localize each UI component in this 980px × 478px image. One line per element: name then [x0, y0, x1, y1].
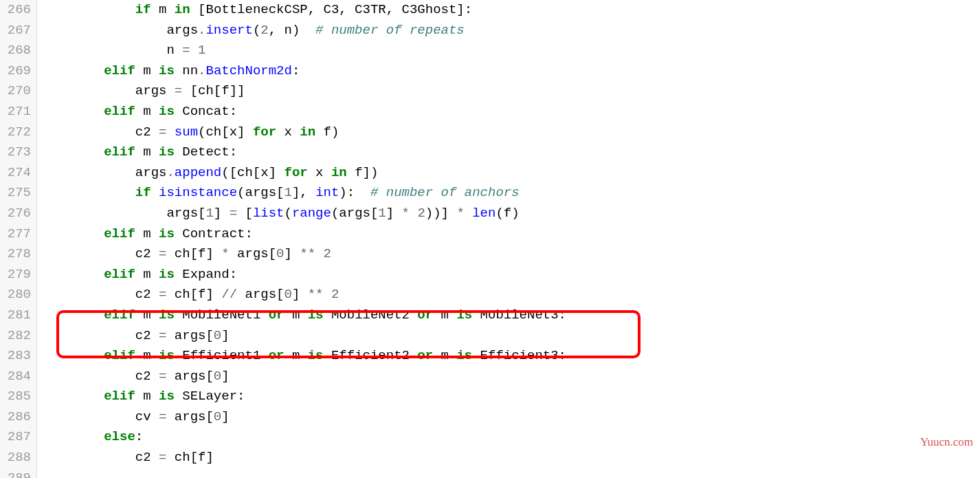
line-number: 278 [0, 244, 31, 265]
code-line[interactable]: elif m is Detect: [41, 142, 980, 163]
code-area[interactable]: if m in [BottleneckCSP, C3, C3TR, C3Ghos… [37, 0, 980, 478]
line-number: 285 [0, 387, 31, 407]
code-line[interactable]: args.append([ch[x] for x in f]) [41, 163, 980, 184]
code-line[interactable]: c2 = args[0] [41, 326, 980, 347]
code-line[interactable]: elif m is nn.BatchNorm2d: [41, 61, 980, 82]
line-number: 287 [0, 427, 31, 448]
line-number: 282 [0, 326, 31, 347]
line-number: 279 [0, 265, 31, 285]
line-number: 281 [0, 305, 31, 326]
code-line[interactable]: elif m is MobileNet1 or m is MobileNet2 … [41, 305, 980, 326]
line-number: 266 [0, 0, 31, 21]
line-number: 272 [0, 122, 31, 143]
line-number-gutter: 2662672682692702712722732742752762772782… [0, 0, 37, 478]
line-number: 284 [0, 367, 31, 387]
code-editor: 2662672682692702712722732742752762772782… [0, 0, 980, 478]
code-line[interactable] [41, 468, 980, 478]
line-number: 267 [0, 21, 31, 41]
line-number: 288 [0, 448, 31, 468]
code-line[interactable]: cv = args[0] [41, 407, 980, 428]
code-line[interactable]: elif m is SELayer: [41, 387, 980, 407]
code-line[interactable]: elif m is Contract: [41, 224, 980, 245]
code-line[interactable]: elif m is Concat: [41, 102, 980, 122]
line-number: 280 [0, 285, 31, 305]
line-number: 271 [0, 102, 31, 122]
line-number: 289 [0, 468, 31, 478]
code-line[interactable]: n = 1 [41, 41, 980, 61]
code-line[interactable]: c2 = ch[f] [41, 448, 980, 468]
line-number: 268 [0, 41, 31, 61]
code-line[interactable]: elif m is Expand: [41, 265, 980, 285]
code-line[interactable]: c2 = args[0] [41, 367, 980, 387]
watermark-text: Yuucn.com [920, 435, 973, 449]
code-line[interactable]: if m in [BottleneckCSP, C3, C3TR, C3Ghos… [41, 0, 980, 21]
code-line[interactable]: c2 = ch[f] // args[0] ** 2 [41, 285, 980, 305]
code-line[interactable]: args.insert(2, n) # number of repeats [41, 21, 980, 41]
code-line[interactable]: args = [ch[f]] [41, 81, 980, 102]
code-line[interactable]: c2 = ch[f] * args[0] ** 2 [41, 244, 980, 265]
line-number: 286 [0, 407, 31, 428]
line-number: 275 [0, 183, 31, 204]
line-number: 270 [0, 81, 31, 102]
code-line[interactable]: args[1] = [list(range(args[1] * 2))] * l… [41, 204, 980, 224]
line-number: 274 [0, 163, 31, 184]
line-number: 276 [0, 204, 31, 224]
code-line[interactable]: elif m is Efficient1 or m is Efficient2 … [41, 346, 980, 367]
line-number: 277 [0, 224, 31, 245]
line-number: 273 [0, 142, 31, 163]
line-number: 269 [0, 61, 31, 82]
code-line[interactable]: c2 = sum(ch[x] for x in f) [41, 122, 980, 143]
line-number: 283 [0, 346, 31, 367]
code-line[interactable]: if isinstance(args[1], int): # number of… [41, 183, 980, 204]
code-line[interactable]: else: [41, 427, 980, 448]
